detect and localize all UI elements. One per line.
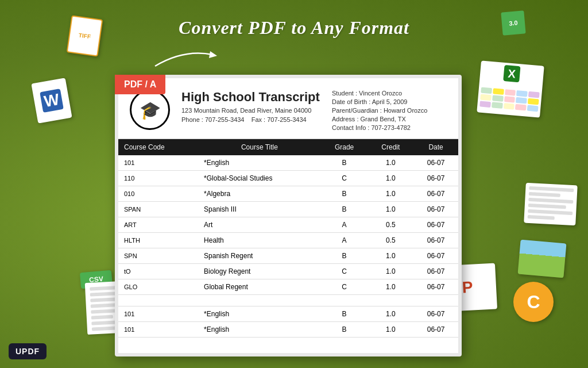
table-cell: B: [321, 186, 368, 202]
transcript-table: Course Code Course Title Grade Credit Da…: [118, 139, 458, 338]
table-cell: *English: [198, 155, 321, 171]
document-header: 🎓 High School Transcript 123 Mountain Ro…: [118, 78, 458, 139]
table-cell: C: [321, 171, 368, 186]
table-cell: 101: [118, 155, 198, 171]
table-cell: 1.0: [368, 202, 414, 217]
table-cell: B: [321, 322, 368, 338]
table-cell: 06-07: [413, 233, 458, 248]
table-cell: GLO: [118, 279, 198, 295]
table-cell: 06-07: [413, 322, 458, 338]
table-cell: 06-07: [413, 248, 458, 264]
table-cell: 1.0: [368, 264, 414, 279]
table-row: 101*EnglishB1.006-07: [118, 306, 458, 322]
document-inner: 🎓 High School Transcript 123 Mountain Ro…: [118, 78, 458, 353]
school-logo: 🎓: [130, 90, 170, 130]
student-contact: Contact Info : 707-273-4782: [332, 124, 447, 131]
col-course-title: Course Title: [198, 139, 321, 155]
table-cell: *Algebra: [198, 186, 321, 202]
table-cell: Biology Regent: [198, 264, 321, 279]
table-cell: B: [321, 248, 368, 264]
table-cell: Global Regent: [198, 279, 321, 295]
table-cell: HLTH: [118, 233, 198, 248]
table-cell: 06-07: [413, 171, 458, 186]
table-cell: SPAN: [118, 202, 198, 217]
table-cell: 1.0: [368, 171, 414, 186]
table-cell: SPN: [118, 248, 198, 264]
table-cell: 06-07: [413, 186, 458, 202]
table-row: tOBiology RegentC1.006-07: [118, 264, 458, 279]
col-credit: Credit: [368, 139, 414, 155]
table-cell: B: [321, 202, 368, 217]
school-contact: Phone : 707-255-3434 Fax : 707-255-3434: [181, 116, 320, 123]
table-cell: B: [321, 306, 368, 322]
table-row: HLTHHealthA0.506-07: [118, 233, 458, 248]
table-row: 101*EnglishB1.006-07: [118, 322, 458, 338]
table-cell: 101: [118, 306, 198, 322]
school-info: High School Transcript 123 Mountain Road…: [181, 90, 320, 133]
student-parent: Parent/Guardian : Howard Orozco: [332, 107, 447, 114]
table-cell: 06-07: [413, 264, 458, 279]
table-cell: *English: [198, 306, 321, 322]
pdf-a-badge: PDF / A: [115, 75, 165, 94]
table-cell: A: [321, 217, 368, 233]
col-date: Date: [413, 139, 458, 155]
table-cell: 1.0: [368, 248, 414, 264]
table-cell: C: [321, 279, 368, 295]
table-cell: Health: [198, 233, 321, 248]
table-cell: 110: [118, 171, 198, 186]
table-cell: 1.0: [368, 279, 414, 295]
table-cell: 0.5: [368, 217, 414, 233]
student-dob: Date of Birth : April 5, 2009: [332, 98, 447, 105]
table-cell: 06-07: [413, 217, 458, 233]
updf-logo: UPDF: [9, 343, 47, 359]
student-info: Student : Vincent Orozco Date of Birth :…: [332, 90, 447, 133]
document-wrapper: 🎓 High School Transcript 123 Mountain Ro…: [115, 75, 462, 356]
table-cell: C: [321, 264, 368, 279]
table-row: SPNSpanish RegentB1.006-07: [118, 248, 458, 264]
table-cell: 0.5: [368, 233, 414, 248]
table-cell: 06-07: [413, 202, 458, 217]
table-header-row: Course Code Course Title Grade Credit Da…: [118, 139, 458, 155]
table-row: 010*AlgebraB1.006-07: [118, 186, 458, 202]
table-row: ARTArtA0.506-07: [118, 217, 458, 233]
table-row: 110*Global-Social StudiesC1.006-07: [118, 171, 458, 186]
table-cell: Spanish III: [198, 202, 321, 217]
table-cell: 1.0: [368, 155, 414, 171]
col-grade: Grade: [321, 139, 368, 155]
table-cell: *Global-Social Studies: [198, 171, 321, 186]
table-cell: 101: [118, 322, 198, 338]
student-address: Address : Grand Bend, TX: [332, 116, 447, 122]
table-cell: tO: [118, 264, 198, 279]
page-title: Convert PDF to Any Format: [179, 17, 409, 39]
table-cell: 1.0: [368, 186, 414, 202]
table-row: 101*EnglishB1.006-07: [118, 155, 458, 171]
table-row: [118, 295, 458, 306]
table-row: GLOGlobal RegentC1.006-07: [118, 279, 458, 295]
table-body: 101*EnglishB1.006-07110*Global-Social St…: [118, 155, 458, 338]
table-cell: ART: [118, 217, 198, 233]
school-name: High School Transcript: [181, 90, 320, 105]
table-cell: 1.0: [368, 306, 414, 322]
table-row: SPANSpanish IIIB1.006-07: [118, 202, 458, 217]
student-name: Student : Vincent Orozco: [332, 90, 447, 97]
table-cell: 06-07: [413, 155, 458, 171]
table-cell: 1.0: [368, 322, 414, 338]
table-cell: *English: [198, 322, 321, 338]
table-cell: A: [321, 233, 368, 248]
table-cell: 06-07: [413, 306, 458, 322]
table-cell: B: [321, 155, 368, 171]
col-course-code: Course Code: [118, 139, 198, 155]
table-cell: Spanish Regent: [198, 248, 321, 264]
school-address: 123 Mountain Road, Dead River, Maine 040…: [181, 107, 320, 114]
table-cell: 010: [118, 186, 198, 202]
table-cell: Art: [198, 217, 321, 233]
table-cell: 06-07: [413, 279, 458, 295]
